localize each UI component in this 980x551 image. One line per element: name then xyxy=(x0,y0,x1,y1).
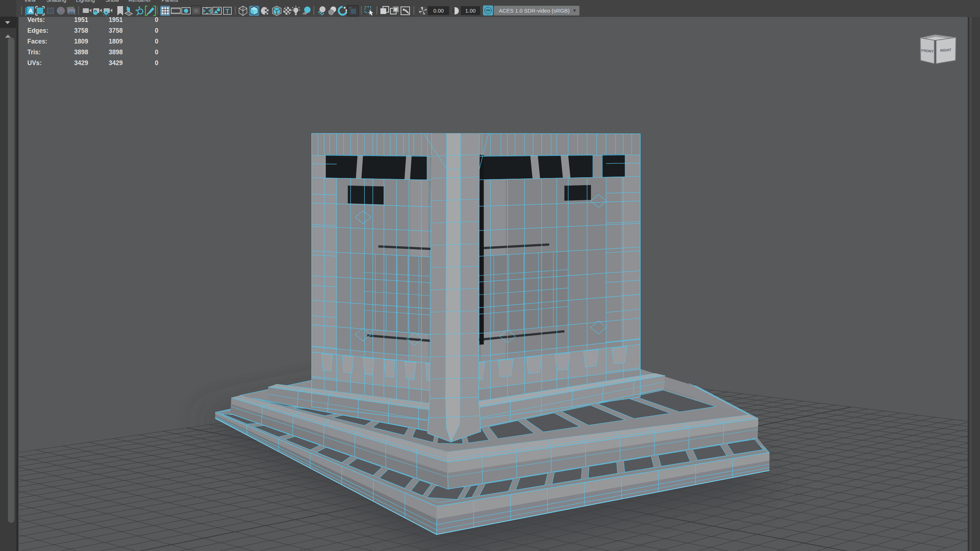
svg-text:3429: 3429 xyxy=(109,59,123,67)
svg-text:T: T xyxy=(226,8,230,15)
svg-text:3898: 3898 xyxy=(109,49,123,56)
svg-text:3758: 3758 xyxy=(74,27,88,34)
svg-text:3898: 3898 xyxy=(74,49,88,56)
svg-text:A: A xyxy=(29,8,33,14)
svg-text:Faces:: Faces: xyxy=(27,38,47,45)
svg-text:1951: 1951 xyxy=(74,17,88,23)
svg-text:0: 0 xyxy=(155,49,158,56)
svg-text:0: 0 xyxy=(155,27,158,34)
svg-text:0: 0 xyxy=(155,59,158,67)
svg-text:RIGHT: RIGHT xyxy=(940,48,951,52)
svg-text:0: 0 xyxy=(155,38,158,45)
svg-text:3429: 3429 xyxy=(74,59,88,67)
svg-text:Tris:: Tris: xyxy=(27,49,41,56)
svg-text:Edges:: Edges: xyxy=(27,27,48,34)
svg-text:0: 0 xyxy=(155,17,158,23)
svg-text:1809: 1809 xyxy=(109,38,123,45)
svg-text:1809: 1809 xyxy=(74,38,88,45)
svg-text:3758: 3758 xyxy=(109,27,123,34)
svg-text:UVs:: UVs: xyxy=(27,59,42,67)
svg-text:Verts:: Verts: xyxy=(27,17,45,23)
svg-text:1951: 1951 xyxy=(109,17,123,23)
